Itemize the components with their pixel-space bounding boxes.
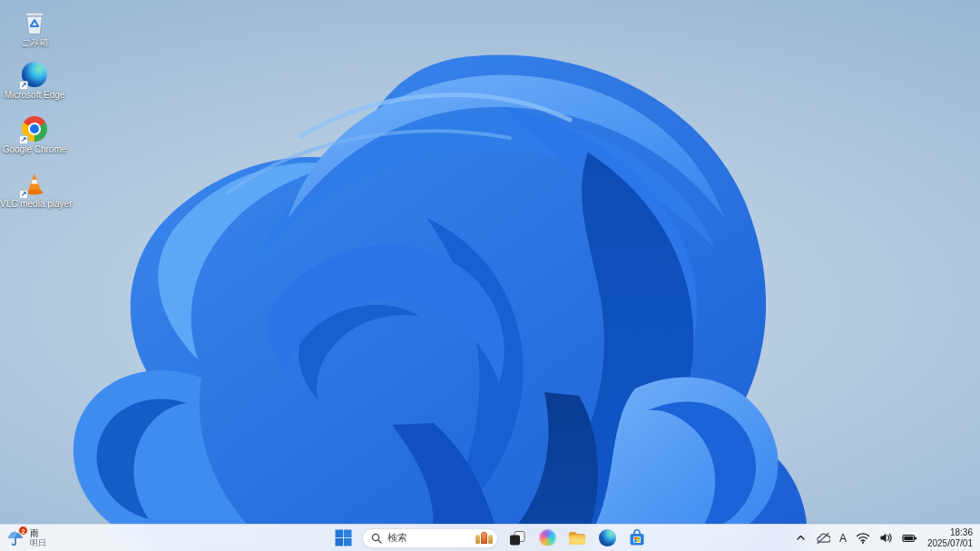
desktop-icon-label: VLC media player: [0, 199, 69, 210]
chevron-up-icon: [795, 532, 807, 544]
hidden-icons-button[interactable]: [792, 527, 809, 549]
clock-date: 2025/07/01: [927, 538, 973, 549]
battery-icon: [902, 533, 917, 544]
search-placeholder: 検索: [387, 531, 470, 545]
file-explorer-icon: [568, 530, 586, 546]
onedrive-paused-icon: [816, 532, 830, 545]
file-explorer-button[interactable]: [566, 527, 588, 549]
search-box[interactable]: 検索: [362, 528, 498, 548]
task-view-button[interactable]: [506, 527, 528, 549]
wifi-button[interactable]: [853, 527, 873, 549]
microsoft-store-button[interactable]: [626, 527, 648, 549]
umbrella-icon: 2: [5, 528, 25, 548]
shortcut-arrow-icon: ↗: [19, 135, 28, 144]
desktop-icon-label: Microsoft Edge: [0, 90, 69, 101]
desktop: ごみ箱 ↗ Microsoft Edge ↗ Google Chrome: [0, 0, 980, 551]
weather-text: 雨 明日: [30, 528, 46, 547]
system-tray: A: [792, 525, 976, 551]
figure-icon: [488, 535, 493, 544]
windows-logo-icon: [335, 529, 352, 546]
shortcut-arrow-icon: ↗: [19, 190, 28, 199]
copilot-button[interactable]: [536, 527, 558, 549]
clock-time: 18:36: [927, 527, 973, 538]
taskbar: 2 雨 明日 検索: [0, 524, 980, 551]
recycle-bin-icon: [22, 8, 47, 35]
wifi-icon: [856, 532, 870, 544]
figure-icon: [475, 535, 480, 544]
battery-button[interactable]: [899, 527, 920, 549]
notification-badge: 2: [18, 526, 28, 536]
ime-mode-button[interactable]: A: [837, 527, 849, 549]
speaker-icon: [879, 532, 893, 544]
figure-icon: [481, 532, 487, 544]
wallpaper-bloom: [0, 0, 980, 551]
weather-forecast-label: 明日: [30, 538, 46, 547]
desktop-icon-label: Google Chrome: [0, 144, 69, 155]
search-icon: [371, 533, 382, 544]
onedrive-status-button[interactable]: [813, 527, 833, 549]
edge-icon: [599, 529, 616, 546]
weather-condition: 雨: [30, 528, 46, 538]
start-button[interactable]: [332, 527, 354, 549]
copilot-icon: [539, 529, 556, 546]
desktop-icon-google-chrome[interactable]: ↗ Google Chrome: [7, 113, 62, 165]
task-view-icon: [509, 530, 525, 546]
taskbar-center: 検索: [332, 525, 648, 551]
desktop-icon-label: ごみ箱: [0, 37, 69, 48]
widgets-weather-button[interactable]: 2 雨 明日: [5, 525, 46, 551]
clock[interactable]: 18:36 2025/07/01: [924, 527, 976, 548]
desktop-icon-vlc[interactable]: ↗ VLC media player: [7, 167, 62, 220]
desktop-icon-recycle-bin[interactable]: ごみ箱: [7, 5, 62, 58]
volume-button[interactable]: [877, 527, 896, 549]
shortcut-arrow-icon: ↗: [19, 81, 28, 90]
search-highlight-image: [475, 532, 493, 544]
edge-taskbar-button[interactable]: [596, 527, 618, 549]
microsoft-store-icon: [629, 529, 645, 546]
desktop-icon-microsoft-edge[interactable]: ↗ Microsoft Edge: [7, 58, 62, 111]
